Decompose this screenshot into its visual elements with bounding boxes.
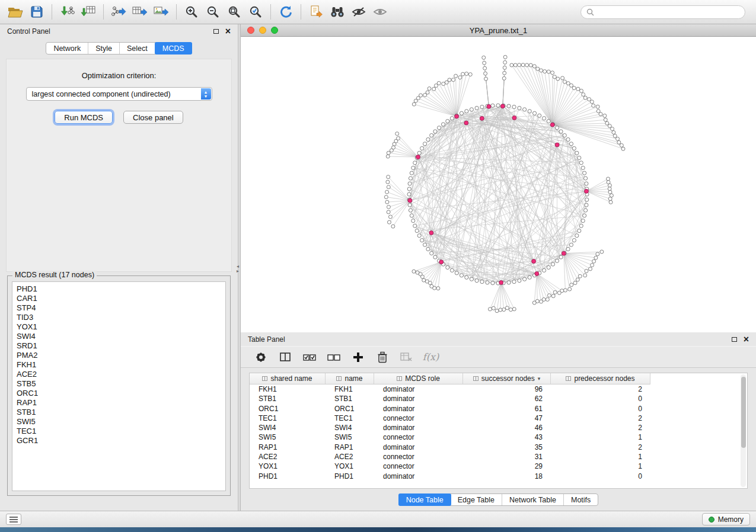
memory-status-icon [709, 517, 714, 523]
table-row[interactable]: RAP1RAP1dominator352 [250, 443, 747, 452]
column-type-icon [397, 376, 402, 381]
table-row[interactable]: STB1STB1dominator620 [250, 394, 747, 403]
run-mcds-button[interactable]: Run MCDS [55, 111, 113, 124]
table-row[interactable]: ORC1ORC1dominator610 [250, 404, 747, 414]
deselect-all-button[interactable] [326, 349, 342, 365]
tab-select[interactable]: Select [120, 43, 155, 54]
mcds-result-item[interactable]: PMA2 [17, 351, 225, 360]
zoom-in-button[interactable] [181, 2, 202, 21]
export-network-button[interactable] [108, 2, 129, 21]
mcds-result-item[interactable]: GCR1 [17, 436, 225, 446]
mcds-result-item[interactable]: ORC1 [17, 389, 225, 398]
mcds-result-item[interactable]: SRD1 [17, 341, 225, 351]
import-network-button[interactable] [56, 2, 78, 21]
table-row[interactable]: PHD1PHD1dominator180 [250, 472, 747, 481]
zoom-out-button[interactable] [202, 2, 224, 21]
tab-mcds[interactable]: MCDS [155, 42, 192, 55]
table-row[interactable]: ACE2ACE2connector311 [250, 452, 747, 462]
delete-column-button[interactable] [374, 349, 390, 365]
mcds-result-item[interactable]: STB1 [17, 408, 225, 417]
export-image-button[interactable] [151, 2, 172, 21]
tab-network[interactable]: Network [46, 43, 88, 54]
table-row[interactable]: YOX1YOX1connector291 [250, 462, 747, 471]
show-panels-button[interactable] [6, 514, 21, 525]
table-row[interactable]: FKH1FKH1dominator962 [250, 384, 747, 394]
zoom-fit-button[interactable] [224, 2, 245, 21]
table-cell: dominator [374, 423, 463, 432]
select-all-button[interactable] [301, 349, 317, 365]
import-table-button[interactable] [78, 2, 99, 21]
splitter-collapse-icons[interactable]: ◂▸ [237, 264, 239, 274]
column-header-shared-name[interactable]: shared name [250, 373, 326, 384]
function-builder-button-disabled: f(x) [423, 349, 439, 365]
table-cell: YOX1 [250, 462, 326, 471]
close-panel-button[interactable]: Close panel [123, 111, 183, 124]
table-row[interactable]: TEC1TEC1connector472 [250, 414, 747, 423]
search-network-button[interactable] [327, 2, 348, 21]
table-tab-edge-table[interactable]: Edge Table [451, 494, 502, 505]
network-window-titlebar[interactable]: YPA_prune.txt_1 [241, 24, 756, 37]
table-body: FKH1FKH1dominator962STB1STB1dominator620… [250, 384, 747, 481]
copy-document-button[interactable] [305, 2, 327, 21]
table-cell: ORC1 [250, 404, 326, 414]
zoom-selected-button[interactable] [245, 2, 266, 21]
column-header-MCDS-role[interactable]: MCDS role [374, 373, 463, 384]
open-file-button[interactable] [5, 2, 26, 21]
mcds-result-item[interactable]: SWI4 [17, 332, 225, 341]
toolbar-separator [270, 4, 271, 20]
column-manager-button[interactable] [277, 349, 293, 365]
optimization-criterion-select[interactable]: largest connected component (undirected)… [26, 87, 212, 101]
table-cell: 1 [551, 462, 650, 471]
close-panel-icon[interactable]: × [225, 28, 231, 34]
search-input[interactable] [597, 8, 739, 16]
scrollbar-thumb[interactable] [741, 377, 746, 448]
gear-icon [255, 351, 267, 363]
table-settings-button[interactable] [253, 349, 269, 365]
show-details-button[interactable] [369, 2, 391, 21]
mcds-result-item[interactable]: TEC1 [17, 427, 225, 436]
table-cell: dominator [374, 394, 463, 403]
hide-details-button[interactable] [348, 2, 369, 21]
mcds-result-list[interactable]: PHD1CAR1STP4TID3YOX1SWI4SRD1PMA2FKH1ACE2… [12, 281, 226, 491]
close-table-panel-icon[interactable]: × [744, 336, 749, 342]
mcds-result-item[interactable]: RAP1 [17, 398, 225, 408]
network-canvas[interactable] [241, 37, 756, 332]
maximize-window-icon[interactable] [271, 27, 278, 34]
main-toolbar [0, 0, 756, 24]
memory-button[interactable]: Memory [702, 513, 750, 525]
right-column: YPA_prune.txt_1 Table Panel × [241, 24, 756, 511]
mcds-result-item[interactable]: TID3 [17, 313, 225, 322]
add-column-button[interactable] [350, 349, 366, 365]
table-row[interactable]: SWI4SWI4dominator462 [250, 423, 747, 432]
mcds-result-item[interactable]: FKH1 [17, 360, 225, 370]
table-row[interactable]: SWI5SWI5connector431 [250, 432, 747, 442]
float-table-panel-icon[interactable] [732, 337, 737, 342]
mcds-result-item[interactable]: ACE2 [17, 370, 225, 379]
column-header-successor-nodes[interactable]: successor nodes▾ [463, 373, 551, 384]
mcds-result-item[interactable]: YOX1 [17, 322, 225, 332]
refresh-layout-button[interactable] [275, 2, 296, 21]
save-session-button[interactable] [26, 2, 47, 21]
export-image-icon [154, 5, 169, 18]
table-tab-node-table[interactable]: Node Table [398, 493, 451, 506]
network-graph[interactable] [241, 37, 756, 332]
table-tab-network-table[interactable]: Network Table [502, 494, 564, 505]
mcds-result-item[interactable]: SWI5 [17, 417, 225, 427]
eye-slash-icon [352, 7, 366, 17]
mcds-result-item[interactable]: STB5 [17, 379, 225, 389]
column-header-predecessor-nodes[interactable]: predecessor nodes [551, 373, 650, 384]
export-table-button[interactable] [129, 2, 151, 21]
float-panel-icon[interactable] [213, 29, 219, 34]
table-tab-motifs[interactable]: Motifs [564, 494, 598, 505]
combo-stepper-icon[interactable]: ▲▼ [201, 88, 211, 100]
minimize-window-icon[interactable] [259, 27, 266, 34]
sort-chevron-icon[interactable]: ▾ [538, 376, 541, 382]
tab-style[interactable]: Style [88, 43, 120, 54]
mcds-result-item[interactable]: CAR1 [17, 294, 225, 303]
mcds-result-item[interactable]: STP4 [17, 303, 225, 313]
mcds-result-item[interactable]: PHD1 [17, 284, 225, 294]
search-field[interactable] [580, 5, 745, 19]
column-header-name[interactable]: name [326, 373, 374, 384]
table-scrollbar[interactable] [741, 374, 746, 487]
close-window-icon[interactable] [247, 27, 254, 34]
